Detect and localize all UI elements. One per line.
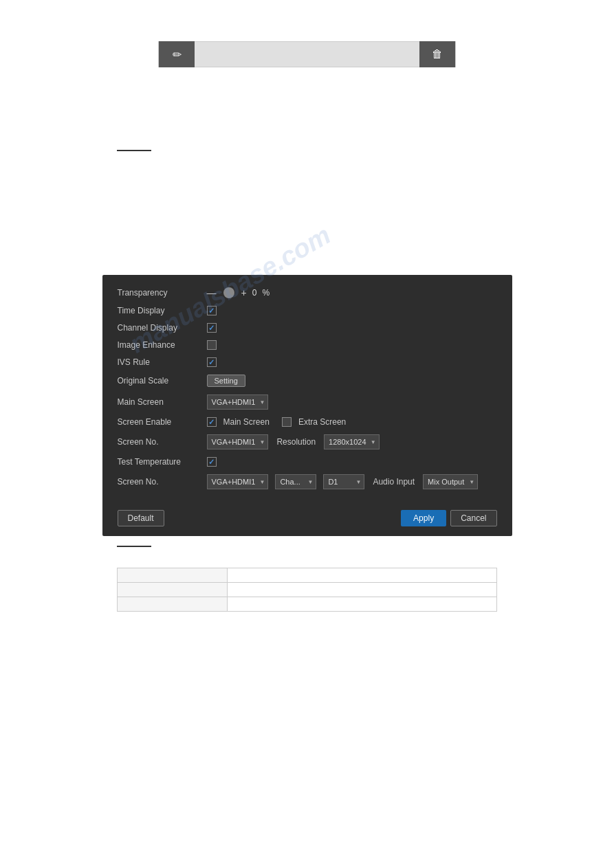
default-button[interactable]: Default — [118, 510, 164, 526]
test-temperature-value — [207, 457, 217, 467]
original-scale-value: Setting — [207, 375, 245, 387]
bottom-table-wrapper — [117, 568, 497, 612]
action-buttons: Apply Cancel — [401, 510, 496, 526]
resolution-dropdown[interactable]: 1280x1024 — [324, 434, 379, 449]
screen-no-value: VGA+HDMI1 Resolution 1280x1024 — [207, 434, 380, 449]
settings-panel: Transparency — + 0 % Time Display Channe… — [102, 275, 512, 536]
table-row — [118, 597, 497, 612]
screen-enable-extra-label: Extra Screen — [298, 417, 346, 427]
transparency-plus-btn[interactable]: + — [241, 287, 247, 298]
image-enhance-checkbox[interactable] — [207, 340, 217, 350]
transparency-minus-btn[interactable]: — — [207, 287, 217, 298]
time-display-label: Time Display — [118, 306, 207, 315]
transparency-value-group: — + 0 % — [207, 287, 270, 298]
original-scale-setting-button[interactable]: Setting — [207, 375, 245, 387]
channel-value-dropdown[interactable]: D1 — [323, 474, 364, 489]
divider-bottom — [117, 546, 151, 547]
screen-enable-label: Screen Enable — [118, 417, 207, 427]
channel-display-checkbox[interactable] — [207, 323, 217, 333]
divider-top — [117, 150, 151, 151]
image-enhance-row: Image Enhance — [118, 340, 497, 350]
screen-no-row: Screen No. VGA+HDMI1 Resolution 1280x102… — [118, 434, 497, 449]
ivs-rule-checkbox[interactable] — [207, 357, 217, 367]
delete-icon: 🗑 — [432, 48, 443, 60]
image-enhance-value — [207, 340, 217, 350]
main-screen-dropdown[interactable]: VGA+HDMI1 — [207, 394, 269, 410]
screen-no2-label: Screen No. — [118, 477, 207, 487]
screen-no2-dropdown[interactable]: VGA+HDMI1 — [207, 474, 269, 489]
audio-input-label: Audio Input — [373, 477, 415, 487]
transparency-row: Transparency — + 0 % — [118, 287, 497, 298]
channel-display-row: Channel Display — [118, 323, 497, 333]
transparency-dot — [223, 287, 234, 298]
screen-enable-main-checkbox[interactable] — [207, 417, 217, 427]
bottom-table — [117, 568, 497, 612]
channel-display-label: Channel Display — [118, 323, 207, 333]
table-cell-label — [118, 568, 228, 583]
transparency-label: Transparency — [118, 288, 207, 298]
time-display-value — [207, 306, 217, 315]
table-cell-label — [118, 597, 228, 612]
screen-enable-value: Main Screen Extra Screen — [207, 417, 355, 427]
delete-button[interactable]: 🗑 — [419, 41, 455, 67]
time-display-checkbox[interactable] — [207, 306, 217, 315]
table-cell-value — [228, 583, 497, 597]
test-temperature-label: Test Temperature — [118, 457, 207, 467]
main-screen-row: Main Screen VGA+HDMI1 — [118, 394, 497, 410]
screen-enable-extra-checkbox[interactable] — [282, 417, 292, 427]
transparency-unit: % — [262, 288, 270, 298]
transparency-number: 0 — [252, 288, 257, 298]
apply-button[interactable]: Apply — [401, 510, 446, 526]
screen-enable-row: Screen Enable Main Screen Extra Screen — [118, 417, 497, 427]
channel-dropdown[interactable]: Cha... — [275, 474, 316, 489]
screen-enable-main-label: Main Screen — [223, 417, 270, 427]
edit-button[interactable]: ✏ — [159, 41, 195, 67]
ivs-rule-value — [207, 357, 217, 367]
cancel-button[interactable]: Cancel — [450, 510, 496, 526]
ivs-rule-row: IVS Rule — [118, 357, 497, 367]
screen-no-label: Screen No. — [118, 437, 207, 447]
time-display-row: Time Display — [118, 306, 497, 315]
settings-panel-wrapper: Transparency — + 0 % Time Display Channe… — [102, 275, 512, 536]
table-cell-label — [118, 583, 228, 597]
image-enhance-label: Image Enhance — [118, 340, 207, 350]
test-temperature-row: Test Temperature — [118, 457, 497, 467]
table-row — [118, 568, 497, 583]
ivs-rule-label: IVS Rule — [118, 357, 207, 367]
main-screen-label: Main Screen — [118, 397, 207, 407]
table-row — [118, 583, 497, 597]
original-scale-label: Original Scale — [118, 376, 207, 386]
screen-no2-value: VGA+HDMI1 Cha... D1 Audio Input Mix Outp… — [207, 474, 479, 489]
main-screen-value: VGA+HDMI1 — [207, 394, 269, 410]
screen-no2-row: Screen No. VGA+HDMI1 Cha... D1 Audio Inp… — [118, 474, 497, 489]
audio-input-dropdown[interactable]: Mix Output — [423, 474, 478, 489]
table-cell-value — [228, 568, 497, 583]
top-toolbar: ✏ 🗑 — [158, 41, 456, 67]
screen-no-dropdown[interactable]: VGA+HDMI1 — [207, 434, 269, 449]
settings-action-bar: Default Apply Cancel — [118, 503, 497, 526]
table-cell-value — [228, 597, 497, 612]
edit-icon: ✏ — [173, 48, 182, 61]
test-temperature-checkbox[interactable] — [207, 457, 217, 467]
resolution-label: Resolution — [276, 437, 316, 447]
original-scale-row: Original Scale Setting — [118, 375, 497, 387]
channel-display-value — [207, 323, 217, 333]
